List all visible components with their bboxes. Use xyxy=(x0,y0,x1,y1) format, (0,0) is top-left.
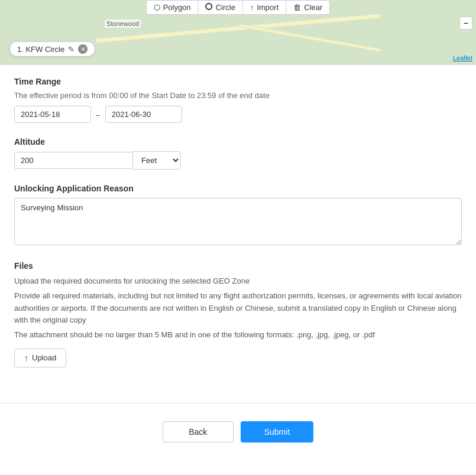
clear-tool-button[interactable]: 🗑 Clear xyxy=(286,1,329,14)
altitude-input[interactable] xyxy=(14,152,132,169)
footer-actions: Back Submit xyxy=(0,415,476,457)
date-range-row: – xyxy=(14,106,462,123)
unlocking-reason-title: Unlocking Application Reason xyxy=(14,184,462,193)
time-range-title: Time Range xyxy=(14,77,462,86)
files-description: Upload the required documents for unlock… xyxy=(14,275,462,341)
map-toolbar: ⬡ Polygon Circle ↑ Import 🗑 Clear xyxy=(146,0,331,15)
upload-button[interactable]: ↑ Upload xyxy=(14,349,66,367)
circle-tool-button[interactable]: Circle xyxy=(199,1,243,14)
upload-label: Upload xyxy=(32,353,56,362)
files-desc3: The attachment should be no larger than … xyxy=(14,329,462,341)
trash-icon: 🗑 xyxy=(293,3,301,12)
circle-badge: 1. KFW Circle ✎ ✕ xyxy=(9,41,95,57)
files-desc1: Upload the required documents for unlock… xyxy=(14,275,462,288)
time-range-description: The effective period is from 00:00 of th… xyxy=(14,91,462,100)
edit-circle-icon[interactable]: ✎ xyxy=(68,45,75,54)
remove-circle-button[interactable]: ✕ xyxy=(78,44,88,54)
altitude-row: Feet Meters xyxy=(14,151,462,170)
stonewood-label: Stonewood xyxy=(105,19,141,28)
start-date-input[interactable] xyxy=(14,106,91,123)
unlocking-reason-section: Unlocking Application Reason Surveying M… xyxy=(14,184,462,247)
import-icon: ↑ xyxy=(250,3,254,12)
polygon-label: Polygon xyxy=(163,3,191,12)
date-separator: – xyxy=(96,110,101,119)
files-title: Files xyxy=(14,261,462,271)
end-date-input[interactable] xyxy=(105,106,182,123)
files-desc2: Provide all required materials, includin… xyxy=(14,290,462,327)
back-button[interactable]: Back xyxy=(163,421,234,443)
altitude-title: Altitude xyxy=(14,137,462,147)
altitude-section: Altitude Feet Meters xyxy=(14,137,462,170)
polygon-tool-button[interactable]: ⬡ Polygon xyxy=(147,1,199,14)
altitude-unit-select[interactable]: Feet Meters xyxy=(132,151,181,170)
zoom-out-button[interactable]: − xyxy=(459,17,472,30)
files-section: Files Upload the required documents for … xyxy=(14,261,462,367)
import-label: Import xyxy=(257,3,279,12)
submit-button[interactable]: Submit xyxy=(241,421,314,443)
circle-icon xyxy=(206,3,213,12)
footer-divider xyxy=(0,403,476,404)
unlocking-reason-textarea[interactable]: Surveying Mission xyxy=(14,198,462,245)
clear-label: Clear xyxy=(304,3,322,12)
leaflet-attribution[interactable]: Leaflet xyxy=(453,54,472,61)
map-section: Stonewood ⬡ Polygon Circle ↑ Import 🗑 Cl… xyxy=(0,0,476,65)
time-range-section: Time Range The effective period is from … xyxy=(14,77,462,123)
circle-badge-text: 1. KFW Circle xyxy=(17,45,64,54)
upload-icon: ↑ xyxy=(24,353,28,363)
circle-label: Circle xyxy=(216,3,235,12)
polygon-icon: ⬡ xyxy=(154,3,160,12)
import-tool-button[interactable]: ↑ Import xyxy=(243,1,286,14)
form-content: Time Range The effective period is from … xyxy=(0,65,476,393)
